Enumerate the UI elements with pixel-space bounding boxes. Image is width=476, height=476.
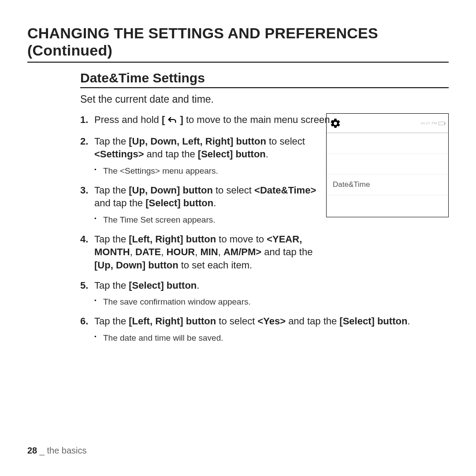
step-bold: <Settings> <box>94 149 144 160</box>
step-text: to select <box>213 185 254 196</box>
step-text: , <box>195 246 200 257</box>
step-text: Tap the <box>94 185 129 196</box>
step-bold: [Up, Down, Left, Right] button <box>129 136 266 147</box>
page-number: 28 <box>27 446 37 455</box>
step-text: . <box>266 149 268 160</box>
steps-list: Press and hold [ ] to move to the main m… <box>80 113 449 343</box>
step-text: Tap the <box>94 280 129 291</box>
step-bold: DATE <box>135 246 161 257</box>
step-text: . <box>197 280 199 291</box>
step-text: to move to <box>216 234 267 245</box>
step-1: Press and hold [ ] to move to the main m… <box>80 113 449 128</box>
step-sub-item: The <Settings> menu appears. <box>94 165 449 177</box>
step-text: to select <box>266 136 305 147</box>
step-text: . <box>407 316 410 327</box>
step-sub: The date and time will be saved. <box>94 332 449 344</box>
step-bold: [Up, Down] button <box>129 185 213 196</box>
step-bold: <Yes> <box>257 316 286 327</box>
step-6: Tap the [Left, Right] button to select <… <box>80 315 449 343</box>
step-text: to select <box>216 316 257 327</box>
step-text: and tap the <box>286 316 339 327</box>
step-4: Tap the [Left, Right] button to move to … <box>80 233 449 272</box>
footer-section: the basics <box>47 446 87 455</box>
step-bold: [Up, Down] button <box>94 260 178 271</box>
step-text: , <box>130 246 135 257</box>
step-bold: [Select] button <box>145 197 213 208</box>
step-sub-item: The save conﬁrmation window appears. <box>94 296 449 308</box>
step-bold: HOUR <box>166 246 195 257</box>
footer-separator: _ <box>37 446 47 455</box>
step-2: Tap the [Up, Down, Left, Right] button t… <box>80 135 449 177</box>
step-text: and tap the <box>261 246 312 257</box>
step-text: , <box>161 246 166 257</box>
section-heading: Date&Time Settings <box>80 71 449 88</box>
step-text: . <box>213 197 216 208</box>
step-bold: MIN <box>200 246 218 257</box>
step-text: Tap the <box>94 316 129 327</box>
step-sub: The Time Set screen appears. <box>94 214 449 226</box>
step-sub-item: The Time Set screen appears. <box>94 214 449 226</box>
step-text: Press and hold <box>94 114 162 125</box>
step-bold: [Select] button <box>198 149 266 160</box>
step-text: to set each item. <box>178 260 253 271</box>
key-bracket: [ <box>162 114 167 125</box>
page-heading: CHANGING THE SETTINGS AND PREFERENCES (C… <box>27 25 449 63</box>
step-bold: [Select] button <box>129 280 197 291</box>
step-sub: The save conﬁrmation window appears. <box>94 296 449 308</box>
page-footer: 28 _ the basics <box>27 446 87 456</box>
key-bracket: ] <box>177 114 183 125</box>
step-sub: The <Settings> menu appears. <box>94 165 449 177</box>
step-5: Tap the [Select] button. The save conﬁrm… <box>80 279 449 308</box>
step-text: , <box>218 246 223 257</box>
step-text: Tap the <box>94 136 129 147</box>
step-sub-item: The date and time will be saved. <box>94 332 449 344</box>
step-bold: [Select] button <box>339 316 407 327</box>
step-text: and tap the <box>144 149 197 160</box>
section-intro: Set the current date and time. <box>80 93 449 105</box>
step-3: Tap the [Up, Down] button to select <Dat… <box>80 184 449 226</box>
step-text: and tap the <box>94 197 145 208</box>
step-bold: [Left, Right] button <box>129 234 216 245</box>
step-text: to move to the main menu screen. <box>183 114 333 125</box>
step-text: Tap the <box>94 234 129 245</box>
step-bold: [Left, Right] button <box>129 316 216 327</box>
step-bold: AM/PM> <box>223 246 261 257</box>
step-bold: <Date&Time> <box>254 185 316 196</box>
back-arrow-icon <box>167 115 177 128</box>
